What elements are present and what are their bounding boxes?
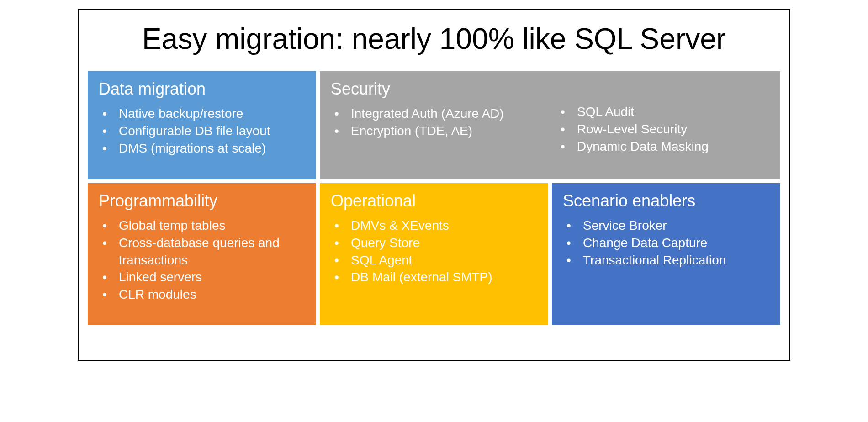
- slide-title: Easy migration: nearly 100% like SQL Ser…: [88, 22, 780, 56]
- list-item: •Service Broker: [566, 217, 769, 234]
- list-item: •Cross-database queries and transactions: [102, 234, 305, 269]
- bullet-list: •DMVs & XEvents •Query Store •SQL Agent …: [334, 217, 537, 286]
- bullet-list: •Native backup/restore •Configurable DB …: [102, 105, 305, 157]
- bullet-list: •Integrated Auth (Azure AD) •Encryption …: [334, 105, 543, 155]
- list-item: •Change Data Capture: [566, 234, 769, 252]
- slide-frame: Easy migration: nearly 100% like SQL Ser…: [78, 9, 790, 361]
- bullet-text: Cross-database queries and transactions: [119, 234, 305, 269]
- list-item: •DMVs & XEvents: [334, 217, 537, 234]
- bullet-icon: •: [561, 138, 577, 155]
- card-data-migration: Data migration •Native backup/restore •C…: [88, 71, 316, 179]
- bullet-icon: •: [102, 217, 119, 234]
- list-item: •Query Store: [334, 234, 537, 252]
- card-heading: Operational: [331, 191, 537, 211]
- bullet-icon: •: [334, 234, 351, 252]
- bullet-text: Transactional Replication: [583, 252, 769, 269]
- bullet-list: •Global temp tables •Cross-database quer…: [102, 217, 305, 303]
- list-item: •Native backup/restore: [102, 105, 305, 122]
- bullet-text: Global temp tables: [119, 217, 305, 234]
- card-heading: Scenario enablers: [563, 191, 769, 211]
- list-item: •Dynamic Data Masking: [561, 138, 769, 155]
- bullet-text: Native backup/restore: [119, 105, 305, 122]
- bullet-text: Service Broker: [583, 217, 769, 234]
- bullet-icon: •: [566, 234, 583, 252]
- bullet-icon: •: [334, 122, 351, 140]
- list-item: •Integrated Auth (Azure AD): [334, 105, 543, 122]
- card-operational: Operational •DMVs & XEvents •Query Store…: [320, 183, 548, 325]
- bullet-icon: •: [561, 121, 577, 138]
- bullet-text: Row-Level Security: [577, 121, 769, 138]
- bullet-icon: •: [566, 217, 583, 234]
- bullet-list: •Service Broker •Change Data Capture •Tr…: [566, 217, 769, 269]
- bullet-text: Integrated Auth (Azure AD): [351, 105, 543, 122]
- bullet-icon: •: [566, 252, 583, 269]
- bullet-icon: •: [102, 269, 119, 286]
- bullet-icon: •: [102, 286, 119, 303]
- card-programmability: Programmability •Global temp tables •Cro…: [88, 183, 316, 325]
- list-item: •DB Mail (external SMTP): [334, 269, 537, 286]
- list-item: •CLR modules: [102, 286, 305, 303]
- list-item: •Encryption (TDE, AE): [334, 122, 543, 140]
- list-item: •SQL Agent: [334, 252, 537, 269]
- bullet-icon: •: [102, 122, 119, 140]
- bullet-text: DMS (migrations at scale): [119, 140, 305, 157]
- bullet-text: Change Data Capture: [583, 234, 769, 252]
- card-heading: Security: [331, 79, 769, 99]
- card-heading: Programmability: [99, 191, 305, 211]
- bullet-text: Encryption (TDE, AE): [351, 122, 543, 140]
- bullet-text: DMVs & XEvents: [351, 217, 537, 234]
- list-item: •Global temp tables: [102, 217, 305, 234]
- bullet-icon: •: [102, 105, 119, 122]
- bullet-icon: •: [334, 269, 351, 286]
- bullet-icon: •: [334, 252, 351, 269]
- bullet-text: SQL Audit: [577, 103, 769, 121]
- bullet-icon: •: [334, 217, 351, 234]
- card-security: Security •Integrated Auth (Azure AD) •En…: [320, 71, 780, 179]
- bullet-icon: •: [102, 234, 119, 252]
- bullet-text: Configurable DB file layout: [119, 122, 305, 140]
- bullet-list: •SQL Audit •Row-Level Security •Dynamic …: [561, 103, 769, 155]
- bullet-icon: •: [334, 105, 351, 122]
- bullet-text: DB Mail (external SMTP): [351, 269, 537, 286]
- security-columns: •Integrated Auth (Azure AD) •Encryption …: [331, 105, 769, 155]
- bullet-text: Linked servers: [119, 269, 305, 286]
- list-item: •Configurable DB file layout: [102, 122, 305, 140]
- bullet-text: SQL Agent: [351, 252, 537, 269]
- list-item: •Row-Level Security: [561, 121, 769, 138]
- list-item: •DMS (migrations at scale): [102, 140, 305, 157]
- bullet-text: CLR modules: [119, 286, 305, 303]
- list-item: •Linked servers: [102, 269, 305, 286]
- list-item: •Transactional Replication: [566, 252, 769, 269]
- bullet-text: Dynamic Data Masking: [577, 138, 769, 155]
- card-scenario-enablers: Scenario enablers •Service Broker •Chang…: [552, 183, 780, 325]
- bullet-text: Query Store: [351, 234, 537, 252]
- card-heading: Data migration: [99, 79, 305, 99]
- list-item: •SQL Audit: [561, 103, 769, 121]
- bullet-icon: •: [561, 103, 577, 121]
- bullet-icon: •: [102, 140, 119, 157]
- card-grid: Data migration •Native backup/restore •C…: [88, 71, 780, 351]
